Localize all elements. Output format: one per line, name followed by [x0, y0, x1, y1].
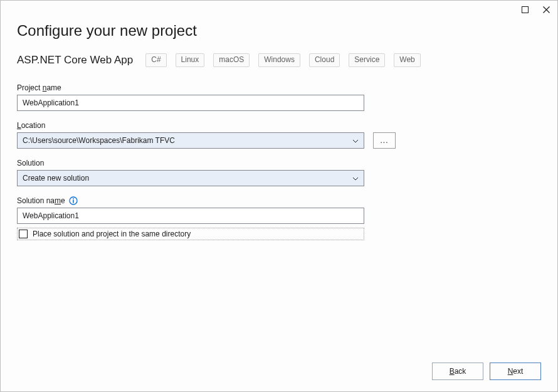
next-button[interactable]: Next — [490, 363, 541, 380]
page-title: Configure your new project — [17, 22, 541, 40]
location-group: Location C:\Users\source\Workspaces\Fabr… — [17, 121, 541, 149]
tag: Cloud — [309, 53, 340, 67]
back-button[interactable]: Back — [432, 363, 483, 380]
solution-combobox[interactable]: Create new solution — [17, 170, 364, 186]
info-icon[interactable] — [69, 196, 78, 205]
project-name-input[interactable] — [17, 95, 364, 111]
tag: Web — [394, 53, 420, 67]
location-value: C:\Users\source\Workspaces\Fabrikam TFVC — [23, 136, 175, 145]
maximize-icon[interactable] — [520, 4, 530, 14]
close-icon[interactable] — [541, 4, 551, 14]
svg-rect-0 — [522, 6, 528, 13]
project-name-label: Project name — [17, 83, 541, 92]
chevron-down-icon — [352, 175, 359, 181]
tag: Service — [349, 53, 385, 67]
project-name-group: Project name — [17, 83, 541, 111]
solution-label: Solution — [17, 159, 541, 167]
chevron-down-icon — [352, 137, 359, 144]
solution-name-label: Solution name — [17, 196, 541, 205]
tag: Linux — [176, 53, 205, 67]
solution-name-input[interactable] — [17, 208, 364, 224]
titlebar — [1, 1, 557, 19]
tag: Windows — [258, 53, 300, 67]
same-directory-label: Place solution and project in the same d… — [33, 230, 191, 238]
solution-name-group: Solution name Place solution and project… — [17, 196, 541, 240]
template-header: ASP.NET Core Web App C# Linux macOS Wind… — [17, 53, 541, 67]
template-name: ASP.NET Core Web App — [17, 54, 133, 66]
tag: macOS — [213, 53, 250, 67]
same-directory-checkbox[interactable] — [19, 230, 28, 238]
svg-rect-3 — [73, 198, 74, 199]
dialog-window: Configure your new project ASP.NET Core … — [0, 0, 558, 392]
svg-rect-2 — [73, 199, 74, 203]
solution-group: Solution Create new solution — [17, 159, 541, 186]
browse-button[interactable]: ... — [373, 132, 396, 149]
tag: C# — [145, 53, 166, 67]
location-label: Location — [17, 121, 541, 130]
location-combobox[interactable]: C:\Users\source\Workspaces\Fabrikam TFVC — [17, 132, 364, 149]
content-area: Configure your new project ASP.NET Core … — [1, 19, 557, 391]
footer-buttons: Back Next — [432, 363, 541, 380]
same-directory-checkbox-row[interactable]: Place solution and project in the same d… — [17, 228, 364, 240]
solution-value: Create new solution — [23, 174, 89, 183]
